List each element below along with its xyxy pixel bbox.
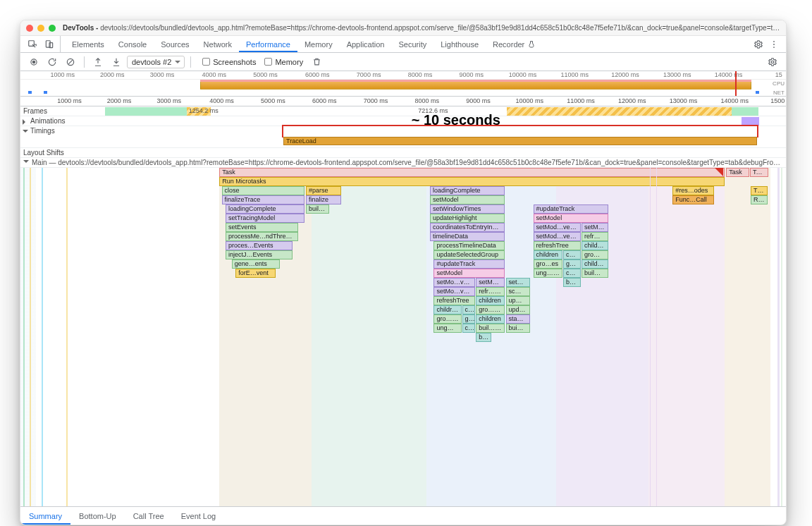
- devtools-window: DevTools - devtools://devtools/bundled/d…: [20, 20, 787, 525]
- tab-application[interactable]: Application: [340, 36, 392, 52]
- tab-memory[interactable]: Memory: [297, 36, 340, 52]
- tab-call-tree[interactable]: Call Tree: [125, 507, 173, 525]
- tab-bottom-up[interactable]: Bottom-Up: [70, 507, 125, 525]
- tab-network[interactable]: Network: [197, 36, 239, 52]
- traceload-bar[interactable]: TraceLoad: [283, 137, 757, 145]
- cpu-label: CPU: [773, 80, 785, 87]
- tab-elements[interactable]: Elements: [65, 36, 111, 52]
- performance-toolbar: devtools #2 Screenshots Memory: [20, 53, 786, 71]
- task-bar[interactable]: Task: [750, 168, 768, 177]
- record-icon[interactable]: [26, 54, 42, 70]
- svg-point-4: [773, 40, 775, 42]
- flame-chart[interactable]: Task Task Task Run Microtasks close #par…: [20, 168, 786, 506]
- run-microtasks-bar[interactable]: Run Microtasks: [219, 177, 725, 186]
- close-window-button[interactable]: [26, 25, 33, 32]
- window-title: DevTools - devtools://devtools/bundled/d…: [63, 24, 780, 32]
- frames-label: Frames: [20, 106, 105, 116]
- toggle-device-icon[interactable]: [42, 37, 57, 52]
- timeline-ruler[interactable]: 1000 ms 2000 ms 3000 ms 4000 ms 5000 ms …: [20, 97, 786, 106]
- upload-icon[interactable]: [90, 54, 106, 70]
- tab-security[interactable]: Security: [391, 36, 433, 52]
- overview-ruler: 1000 ms 2000 ms 3000 ms 4000 ms 5000 ms …: [20, 71, 786, 80]
- net-label: NET: [773, 90, 785, 96]
- details-tabs: Summary Bottom-Up Call Tree Event Log: [20, 506, 786, 525]
- download-icon[interactable]: [109, 54, 124, 70]
- settings-gear-icon[interactable]: [751, 37, 766, 52]
- minimize-window-button[interactable]: [37, 25, 44, 32]
- svg-point-6: [773, 47, 775, 48]
- task-bar[interactable]: Task: [219, 168, 725, 177]
- overview-cpu: [20, 80, 786, 90]
- memory-checkbox[interactable]: Memory: [264, 58, 303, 66]
- main-thread-header[interactable]: Main — devtools://devtools/bundled/devto…: [20, 158, 786, 168]
- clear-icon[interactable]: [63, 54, 78, 70]
- task-bar[interactable]: Task: [726, 168, 749, 177]
- svg-point-8: [32, 61, 35, 63]
- tab-performance[interactable]: Performance: [239, 36, 297, 52]
- tab-lighthouse[interactable]: Lighthouse: [433, 36, 486, 52]
- svg-point-10: [771, 61, 774, 63]
- zoom-window-button[interactable]: [49, 25, 56, 32]
- tab-event-log[interactable]: Event Log: [173, 507, 225, 525]
- titlebar: DevTools - devtools://devtools/bundled/d…: [20, 20, 786, 36]
- profile-select[interactable]: devtools #2: [127, 56, 185, 68]
- svg-point-3: [757, 43, 760, 46]
- tab-sources[interactable]: Sources: [154, 36, 196, 52]
- panel-tabs: Elements Console Sources Network Perform…: [20, 36, 786, 53]
- layoutshifts-track[interactable]: Layout Shifts: [20, 148, 786, 158]
- tab-recorder[interactable]: Recorder: [486, 36, 543, 52]
- svg-point-5: [773, 44, 775, 45]
- capture-settings-gear-icon[interactable]: [765, 54, 780, 70]
- trash-icon[interactable]: [309, 54, 324, 70]
- inspect-element-icon[interactable]: [25, 37, 40, 52]
- reload-icon[interactable]: [44, 54, 60, 70]
- tab-console[interactable]: Console: [111, 36, 154, 52]
- overview-lane[interactable]: 1000 ms 2000 ms 3000 ms 4000 ms 5000 ms …: [20, 71, 786, 97]
- screenshots-checkbox[interactable]: Screenshots: [202, 58, 256, 66]
- timings-track[interactable]: Timings ~ 10 seconds TraceLoad: [20, 126, 786, 148]
- overview-net: [20, 90, 786, 95]
- tracks: Frames 1254.2 ms 7212.6 ms Animations Ti…: [20, 106, 786, 158]
- kebab-menu-icon[interactable]: [766, 37, 782, 52]
- tab-summary[interactable]: Summary: [20, 507, 70, 525]
- frames-track[interactable]: Frames 1254.2 ms 7212.6 ms: [20, 106, 786, 116]
